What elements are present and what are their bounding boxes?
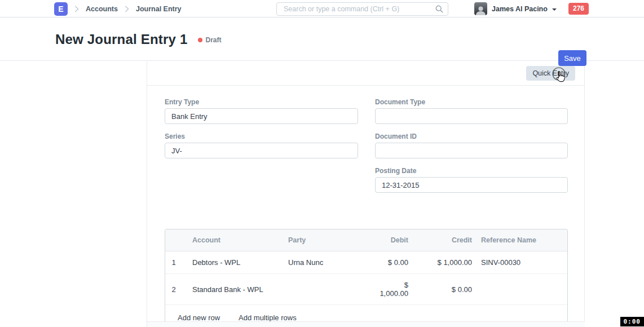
cell-debit[interactable]: $ 0.00 (372, 251, 415, 274)
chevron-right-icon (74, 6, 79, 12)
breadcrumb-accounts[interactable]: Accounts (86, 5, 118, 13)
cell-debit[interactable]: $ 1,000.00 (372, 274, 415, 305)
table-row[interactable]: 2 Standard Bank - WPL $ 1,000.00 $ 0.00 (165, 274, 568, 305)
app-screen: E Accounts Journal Entry James Al Pacino (0, 0, 644, 327)
cell-reference-name[interactable] (479, 274, 568, 305)
cell-reference-name[interactable]: SINV-00030 (479, 251, 568, 274)
cell-account[interactable]: Debtors - WPL (186, 251, 281, 274)
status-dot-icon (198, 38, 202, 42)
recording-timer: 0:00 (620, 317, 644, 326)
grid-header-index (165, 229, 186, 251)
status-badge: Draft (206, 36, 222, 44)
page-body: Quick Entry Entry Type Series Document T… (0, 61, 644, 327)
entry-type-field: Entry Type (165, 99, 358, 124)
doc-status: Draft (198, 36, 222, 44)
grid-header-account: Account (186, 229, 281, 251)
form-toolbar: Quick Entry (147, 61, 584, 86)
posting-date-input[interactable] (375, 177, 568, 193)
add-new-row-button[interactable]: Add new row (178, 313, 220, 322)
page-head: New Journal Entry 1 Draft Save (0, 17, 644, 61)
cell-credit[interactable]: $ 0.00 (415, 274, 479, 305)
document-type-input[interactable] (375, 108, 568, 124)
breadcrumb-journal-entry[interactable]: Journal Entry (136, 5, 182, 13)
series-field: Series (165, 133, 358, 158)
top-navbar: E Accounts Journal Entry James Al Pacino (0, 0, 644, 17)
search-icon[interactable] (435, 5, 443, 15)
accounting-entries-grid: Account Party Debit Credit Reference Nam… (165, 229, 567, 327)
avatar (474, 2, 487, 15)
form-column-right: Document Type Document ID Posting Date (375, 99, 568, 202)
app-logo[interactable]: E (54, 2, 68, 16)
entry-type-label: Entry Type (165, 99, 358, 106)
form-fields: Entry Type Series Document Type Document (147, 86, 584, 202)
app-logo-letter: E (58, 5, 63, 14)
grid-header-credit: Credit (415, 229, 479, 251)
row-index: 1 (165, 251, 186, 274)
user-menu[interactable]: James Al Pacino (474, 0, 557, 17)
cell-account[interactable]: Standard Bank - WPL (186, 274, 281, 305)
left-sidebar (0, 61, 147, 327)
section-divider (147, 321, 585, 327)
global-search (276, 2, 448, 16)
grid-header-reference-name: Reference Name (479, 229, 568, 251)
chevron-right-icon (125, 6, 129, 12)
add-multiple-rows-button[interactable]: Add multiple rows (239, 313, 297, 322)
grid-header-row: Account Party Debit Credit Reference Nam… (165, 229, 568, 251)
document-type-field: Document Type (375, 99, 568, 124)
document-id-label: Document ID (375, 133, 568, 140)
posting-date-label: Posting Date (375, 167, 568, 175)
grid-header-debit: Debit (372, 229, 415, 251)
document-type-label: Document Type (375, 99, 568, 106)
cell-credit[interactable]: $ 1,000.00 (415, 251, 479, 274)
user-name: James Al Pacino (492, 5, 548, 13)
document-id-field: Document ID (375, 133, 568, 158)
search-input[interactable] (276, 2, 448, 16)
breadcrumb: E Accounts Journal Entry (54, 0, 182, 17)
row-index: 2 (165, 274, 186, 305)
cell-party[interactable] (281, 274, 372, 305)
table-row[interactable]: 1 Debtors - WPL Urna Nunc $ 0.00 $ 1,000… (165, 251, 568, 274)
series-label: Series (165, 133, 358, 140)
document-id-input[interactable] (375, 143, 568, 158)
series-input[interactable] (165, 143, 358, 158)
form-area: Quick Entry Entry Type Series Document T… (147, 61, 585, 327)
chevron-down-icon (552, 8, 557, 11)
notification-count-badge[interactable]: 276 (568, 3, 589, 15)
quick-entry-button[interactable]: Quick Entry (526, 66, 575, 81)
save-button[interactable]: Save (558, 50, 586, 66)
grid-header-party: Party (281, 229, 372, 251)
cell-party[interactable]: Urna Nunc (281, 251, 372, 274)
posting-date-field: Posting Date (375, 167, 568, 193)
page-title: New Journal Entry 1 (55, 32, 188, 47)
entry-type-input[interactable] (165, 108, 358, 124)
form-column-left: Entry Type Series (165, 99, 358, 202)
